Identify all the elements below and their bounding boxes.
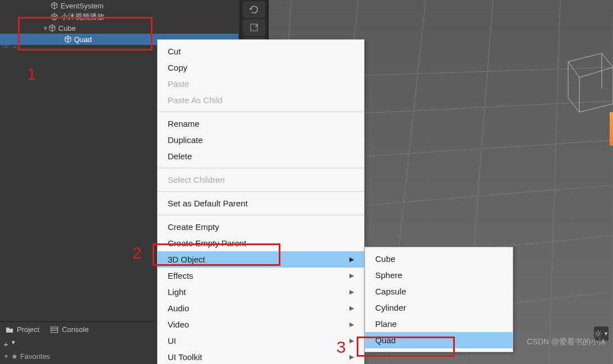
wireframe-cube: [563, 50, 613, 112]
menu-audio[interactable]: Audio▶: [158, 300, 364, 316]
svg-point-17: [597, 332, 600, 335]
menu-rename[interactable]: Rename: [158, 116, 364, 132]
gizmo-sliver: [610, 112, 613, 146]
expand-arrow-icon[interactable]: ▼: [3, 353, 9, 360]
hierarchy-item-eventsystem[interactable]: EventSystem: [0, 0, 238, 11]
svg-rect-16: [51, 327, 58, 333]
hierarchy-label: EventSystem: [61, 2, 104, 10]
submenu-quad[interactable]: Quad: [365, 332, 513, 348]
favorites-label: Favorites: [20, 352, 50, 361]
gameobject-icon: [50, 2, 58, 10]
annotation-label-3: 3: [337, 338, 346, 357]
submenu-sphere[interactable]: Sphere: [365, 267, 513, 283]
console-icon: [50, 326, 58, 333]
hierarchy-label: Quad: [74, 35, 92, 44]
submenu-arrow-icon: ▶: [349, 321, 354, 328]
submenu-arrow-icon: ▶: [349, 353, 354, 361]
gameobject-icon: [48, 24, 56, 32]
menu-duplicate[interactable]: Duplicate: [158, 132, 364, 148]
gameobject-icon: [50, 13, 58, 21]
add-button[interactable]: +: [3, 339, 8, 349]
hierarchy-label: 小沐视频播放: [61, 12, 104, 22]
svg-line-14: [549, 0, 560, 364]
visibility-icon[interactable]: [2, 42, 18, 50]
menu-delete[interactable]: Delete: [158, 148, 364, 164]
tab-project[interactable]: Project: [3, 324, 42, 335]
submenu-plane[interactable]: Plane: [365, 316, 513, 332]
submenu-arrow-icon: ▶: [349, 288, 354, 296]
annotation-label-1: 1: [27, 64, 36, 84]
menu-select-children: Select Children: [158, 172, 364, 188]
menu-set-default-parent[interactable]: Set as Default Parent: [158, 195, 364, 211]
dropdown-arrow-icon[interactable]: ▼: [11, 339, 16, 349]
menu-light[interactable]: Light▶: [158, 284, 364, 300]
annotation-label-2: 2: [132, 243, 142, 262]
expand-arrow-icon[interactable]: ▼: [43, 25, 48, 31]
folder-icon: [6, 326, 13, 333]
submenu-capsule[interactable]: Capsule: [365, 283, 513, 300]
menu-cut[interactable]: Cut: [158, 43, 364, 59]
menu-ui-toolkit[interactable]: UI Toolkit▶: [158, 349, 364, 364]
submenu-cylinder[interactable]: Cylinder: [365, 300, 513, 316]
hierarchy-item-cube[interactable]: ▼ Cube: [0, 22, 238, 34]
menu-paste-as-child: Paste As Child: [158, 92, 364, 108]
submenu-arrow-icon: ▶: [349, 272, 354, 279]
tool-rotate-icon[interactable]: [243, 1, 265, 18]
star-icon: ★: [11, 352, 18, 361]
context-menu: Cut Copy Paste Paste As Child Rename Dup…: [157, 39, 365, 364]
submenu-arrow-icon: ▶: [349, 305, 354, 312]
menu-effects[interactable]: Effects▶: [158, 268, 364, 284]
menu-paste: Paste: [158, 76, 364, 92]
gameobject-icon: [64, 35, 72, 43]
tab-console[interactable]: Console: [48, 324, 91, 335]
dropdown-arrow-icon: ▼: [603, 331, 609, 337]
menu-create-empty-parent[interactable]: Create Empty Parent: [158, 235, 364, 251]
menu-3d-object[interactable]: 3D Object▶: [158, 251, 364, 268]
tool-scale-icon[interactable]: [243, 19, 265, 36]
submenu-arrow-icon: ▶: [349, 256, 354, 263]
menu-video[interactable]: Video▶: [158, 316, 364, 333]
submenu-cube[interactable]: Cube: [365, 251, 513, 267]
menu-ui[interactable]: UI▶: [158, 333, 364, 349]
menu-create-empty[interactable]: Create Empty: [158, 219, 364, 235]
svg-point-1: [5, 44, 7, 47]
submenu-arrow-icon: ▶: [349, 337, 354, 344]
watermark-text: CSDN @爱看书的小沐: [527, 337, 606, 347]
submenu-3d-object: Cube Sphere Capsule Cylinder Plane Quad: [365, 247, 513, 352]
hierarchy-item-video[interactable]: 小沐视频播放: [0, 11, 238, 22]
hierarchy-label: Cube: [58, 24, 76, 33]
menu-copy[interactable]: Copy: [158, 59, 364, 76]
